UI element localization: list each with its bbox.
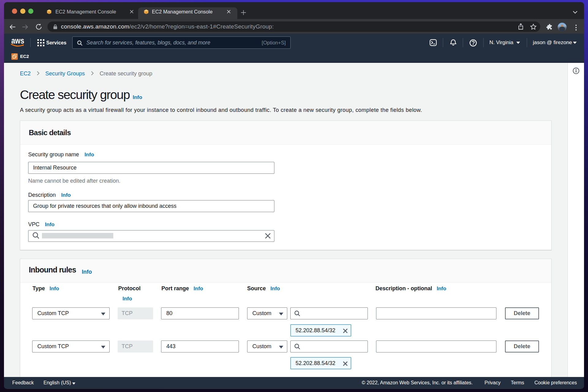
svg-text:aws: aws (11, 37, 24, 45)
